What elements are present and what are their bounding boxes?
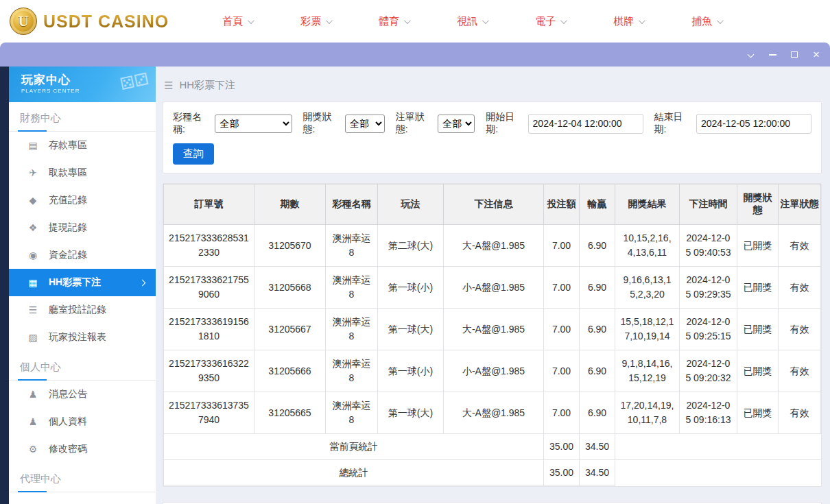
nav-item-sports[interactable]: 體育 xyxy=(379,15,409,28)
order-status-label: 注單狀態: xyxy=(396,111,432,136)
summary-label: 總統計 xyxy=(164,460,544,486)
summary-label: 當前頁統計 xyxy=(164,434,544,460)
sidebar-item-recharge-record[interactable]: ◆充值記錄 xyxy=(9,187,156,214)
cell-bet-info: 小-A盤@1.985 xyxy=(444,267,544,309)
window-controls: × xyxy=(739,43,827,67)
cell-play: 第一球(大) xyxy=(378,392,444,434)
nav-item-label: 首頁 xyxy=(222,15,243,28)
cell-draw-result: 9,16,6,13,15,2,3,20 xyxy=(615,267,680,309)
summary-bet-total: 35.00 xyxy=(544,434,580,460)
table-header-row: 訂單號期數彩種名稱玩法下注信息投注額輸贏開獎結果下注時間開獎狀態注單狀態 xyxy=(164,184,821,225)
profile-icon: ♟ xyxy=(27,416,38,427)
cell-lottery-name: 澳洲幸运8 xyxy=(326,309,378,350)
maximize-button[interactable] xyxy=(783,43,805,67)
cell-draw-result: 9,1,8,14,16,15,12,19 xyxy=(615,350,680,392)
sidebar-item-label: 廳室投註記錄 xyxy=(49,304,106,316)
cell-bet-info: 大-A盤@1.985 xyxy=(444,225,544,267)
cell-bet-time: 2024-12-05 09:25:15 xyxy=(680,309,737,350)
minimize-button[interactable] xyxy=(761,43,783,67)
nav-item-home[interactable]: 首頁 xyxy=(222,15,252,28)
sidebar-item-withdraw[interactable]: ✈取款專區 xyxy=(9,159,156,187)
site-logo[interactable]: U USDT CASINO xyxy=(10,8,169,35)
sidebar-item-room-bet-record[interactable]: ☰廳室投註記錄 xyxy=(9,296,156,324)
nav-item-video[interactable]: 視訊 xyxy=(457,15,487,28)
cell-order-status: 有效 xyxy=(779,309,821,350)
cell-draw-result: 15,5,18,12,17,10,19,14 xyxy=(615,309,680,350)
column-header-play: 玩法 xyxy=(378,184,444,225)
maximize-icon xyxy=(791,51,798,58)
nav-item-label: 電子 xyxy=(535,15,556,28)
sidebar-item-deposit[interactable]: ▤存款專區 xyxy=(9,132,156,159)
table-row: 215217333621755906031205668澳洲幸运8第一球(小)小-… xyxy=(164,267,821,309)
start-date-input[interactable] xyxy=(528,114,643,134)
cell-win-loss: 6.90 xyxy=(580,267,615,309)
end-date-input[interactable] xyxy=(696,114,811,134)
cell-order-id: 2152173336191561810 xyxy=(164,309,254,350)
search-button[interactable]: 查詢 xyxy=(173,143,214,165)
nav-item-label: 捕魚 xyxy=(691,15,712,28)
lottery-name-select[interactable]: 全部 xyxy=(215,115,292,133)
cell-bet-amount: 7.00 xyxy=(544,267,580,309)
cell-bet-amount: 7.00 xyxy=(544,309,580,350)
nav-item-lottery[interactable]: 彩票 xyxy=(300,15,331,28)
start-date-label: 開始日期: xyxy=(486,111,522,136)
sidebar-item-hh-lottery-bet[interactable]: ▦HH彩票下注 xyxy=(9,269,156,296)
nav-item-slots[interactable]: 電子 xyxy=(535,15,565,28)
nav-item-fishing[interactable]: 捕魚 xyxy=(691,15,722,28)
chevron-down-icon xyxy=(639,17,645,24)
main-nav: 首頁彩票體育視訊電子棋牌捕魚 xyxy=(222,15,722,28)
cell-period: 31205666 xyxy=(254,350,326,392)
hamburger-icon[interactable]: ☰ xyxy=(164,80,173,92)
cell-order-id: 2152173336137357940 xyxy=(164,392,254,434)
chevron-down-icon xyxy=(560,17,567,24)
cell-draw-status: 已開獎 xyxy=(737,392,779,434)
sidebar: 玩家中心 PLAYERS CENTER ⚄⚂ 財務中心▤存款專區✈取款專區◆充值… xyxy=(9,67,156,504)
cell-bet-time: 2024-12-05 09:16:13 xyxy=(680,392,737,434)
cell-order-id: 2152173336163229350 xyxy=(164,350,254,392)
sidebar-item-withdrawal-record[interactable]: ❖提現記錄 xyxy=(9,214,156,241)
background-strip xyxy=(0,67,9,504)
summary-bet-total: 35.00 xyxy=(544,460,580,486)
minimize-icon xyxy=(769,54,776,56)
sidebar-item-label: 玩家投注報表 xyxy=(49,331,106,344)
bets-table: 訂單號期數彩種名稱玩法下注信息投注額輸贏開獎結果下注時間開獎狀態注單狀態 215… xyxy=(163,184,821,486)
draw-status-select[interactable]: 全部 xyxy=(345,115,385,133)
summary-win-total: 34.50 xyxy=(580,434,615,460)
column-header-draw-result: 開獎結果 xyxy=(615,184,680,225)
cell-bet-time: 2024-12-05 09:29:35 xyxy=(680,267,737,309)
cell-bet-info: 大-A盤@1.985 xyxy=(444,309,544,350)
column-header-period: 期數 xyxy=(254,184,326,225)
chevron-down-icon xyxy=(404,17,411,24)
sidebar-item-funds-record[interactable]: ◉資金記錄 xyxy=(9,241,156,269)
table-row: 215217333628531233031205670澳洲幸运8第二球(大)大-… xyxy=(164,225,821,267)
collapse-button[interactable] xyxy=(739,43,761,67)
chevron-down-icon xyxy=(717,17,724,24)
cell-order-status: 有效 xyxy=(779,225,821,267)
order-status-select[interactable]: 全部 xyxy=(438,115,475,133)
table-row: 215217333613735794031205665澳洲幸运8第一球(大)大-… xyxy=(164,392,821,434)
grand-total-summary-row: 總統計35.0034.50 xyxy=(164,460,821,486)
sidebar-item-player-bet-report[interactable]: ▨玩家投注報表 xyxy=(9,324,156,351)
room-bet-record-icon: ☰ xyxy=(27,304,38,315)
cell-draw-result: 10,15,2,16,4,13,6,11 xyxy=(615,225,680,267)
cell-draw-status: 已開獎 xyxy=(737,225,779,267)
column-header-draw-status: 開獎狀態 xyxy=(737,184,779,225)
close-button[interactable]: × xyxy=(805,43,827,67)
cell-bet-time: 2024-12-05 09:40:53 xyxy=(680,225,737,267)
cell-order-status: 有效 xyxy=(779,350,821,392)
sidebar-item-label: 提現記錄 xyxy=(49,221,87,234)
cell-period: 31205668 xyxy=(254,267,326,309)
chevron-down-icon xyxy=(248,17,254,24)
nav-item-board-games[interactable]: 棋牌 xyxy=(613,15,643,28)
sidebar-item-announcements[interactable]: ♟消息公告 xyxy=(9,381,156,408)
sidebar-item-profile[interactable]: ♟個人資料 xyxy=(9,408,156,435)
sidebar-item-change-password[interactable]: ⚙修改密碼 xyxy=(9,435,156,463)
page-title: HH彩票下注 xyxy=(179,79,235,92)
cell-period: 31205667 xyxy=(254,309,326,350)
sidebar-item-label: 取款專區 xyxy=(49,167,87,179)
cell-play: 第一球(小) xyxy=(378,350,444,392)
chevron-down-icon xyxy=(747,51,754,58)
sidebar-section-title: 財務中心 xyxy=(9,112,156,132)
announcement-icon: ♟ xyxy=(27,389,38,400)
cell-lottery-name: 澳洲幸运8 xyxy=(326,267,378,309)
